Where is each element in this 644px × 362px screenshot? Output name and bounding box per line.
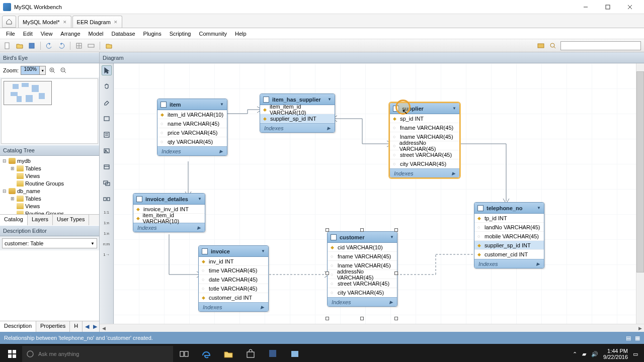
tab-model[interactable]: MySQL Model*✕	[18, 16, 71, 28]
tree-tables[interactable]: Tables	[25, 165, 41, 171]
table-item[interactable]: item▼ ◆item_id VARCHAR(10) ○name VARCHAR…	[157, 99, 227, 156]
tool-eraser[interactable]	[102, 98, 112, 108]
zoom-in-icon[interactable]	[48, 66, 57, 75]
indexes-toggle[interactable]: Indexes▶	[390, 168, 459, 177]
notification-icon[interactable]: ▭	[633, 351, 638, 357]
zoom-out-icon[interactable]	[59, 66, 68, 75]
indexes-toggle[interactable]: Indexes▶	[260, 123, 335, 132]
tray-up-icon[interactable]: ⌃	[573, 351, 577, 357]
tab-eer[interactable]: EER Diagram✕	[72, 16, 122, 28]
open-icon[interactable]	[15, 41, 24, 50]
cortana-search[interactable]: Ask me anything	[22, 346, 173, 362]
minimize-button[interactable]	[575, 0, 597, 14]
home-button[interactable]	[2, 16, 16, 28]
align-icon[interactable]	[87, 41, 96, 50]
close-button[interactable]	[619, 0, 641, 14]
indexes-toggle[interactable]: Indexes▶	[474, 259, 544, 268]
chevron-down-icon[interactable]: ▼	[537, 206, 541, 210]
resize-handle[interactable]	[360, 317, 364, 320]
rel-1-1[interactable]: 1:1	[104, 210, 109, 215]
save-icon[interactable]	[27, 41, 36, 50]
resize-handle[interactable]	[394, 317, 398, 320]
task-workbench[interactable]	[262, 344, 284, 362]
resize-handle[interactable]	[360, 228, 364, 232]
tab-layers[interactable]: Layers	[28, 215, 53, 225]
tray-network-icon[interactable]: ▰	[582, 351, 586, 357]
resize-handle[interactable]	[394, 272, 398, 275]
resize-handle[interactable]	[326, 228, 329, 232]
close-icon[interactable]: ✕	[114, 20, 118, 25]
view-icon[interactable]	[536, 41, 545, 50]
menu-model[interactable]: Model	[85, 30, 108, 38]
horizontal-scrollbar[interactable]: ◀▶	[100, 324, 644, 332]
new-icon[interactable]	[3, 41, 12, 50]
tool-hand[interactable]	[102, 81, 112, 92]
chevron-down-icon[interactable]: ▼	[390, 235, 394, 239]
menu-community[interactable]: Community	[195, 30, 231, 38]
table-telephone-no[interactable]: telephone_no▼ ◆tp_id INT ○landNo VARCHAR…	[474, 202, 544, 268]
tray-volume-icon[interactable]: 🔊	[591, 351, 598, 357]
clock[interactable]: 1:44 PM 9/22/2016	[603, 348, 628, 360]
table-customer[interactable]: customer▼ ◆cid VARCHAR(10) ○fname VARCHA…	[327, 231, 397, 307]
maximize-button[interactable]	[597, 0, 619, 14]
resize-handle[interactable]	[326, 272, 329, 275]
tab-usertypes[interactable]: User Types	[53, 215, 89, 225]
table-supplier[interactable]: supplier▼ ◆sp_id INT ○fname VARCHAR(45) …	[389, 103, 460, 178]
tab-catalog[interactable]: Catalog	[0, 215, 28, 225]
rel-place[interactable]: 1→	[103, 252, 109, 257]
chevron-down-icon[interactable]: ▼	[220, 102, 224, 107]
tree-routines[interactable]: Routine Groups	[25, 180, 64, 187]
menu-database[interactable]: Database	[107, 30, 139, 38]
table-item-has-supplier[interactable]: item_has_supplier▼ ◆item_item_id VARCHAR…	[260, 94, 335, 133]
undo-icon[interactable]	[45, 41, 54, 50]
table-invoice-detailes[interactable]: invoice_detailes▼ ◆invoice_inv_id INT ◆i…	[133, 193, 205, 232]
task-app[interactable]	[284, 344, 306, 362]
tree-views[interactable]: Views	[25, 203, 40, 209]
tool-select[interactable]	[102, 65, 112, 75]
zoom-dropdown[interactable]: ▼	[40, 66, 46, 75]
menu-help[interactable]: Help	[231, 30, 251, 38]
tool-note[interactable]	[102, 130, 112, 140]
tool-view[interactable]	[102, 178, 112, 188]
task-view[interactable]	[173, 344, 195, 362]
diagram-canvas[interactable]: item▼ ◆item_id VARCHAR(10) ○name VARCHAR…	[114, 63, 636, 324]
tab-properties[interactable]: Properties	[36, 321, 70, 332]
vertical-scrollbar[interactable]	[636, 63, 644, 324]
tab-next[interactable]: ▶	[91, 321, 99, 332]
catalog-tree[interactable]: ⊟mydb ⊞Tables Views Routine Groups ⊟db_n…	[0, 156, 99, 214]
rel-1-n[interactable]: 1:n	[104, 221, 109, 225]
system-tray[interactable]: ⌃ ▰ 🔊 1:44 PM 9/22/2016 ▭	[573, 348, 642, 360]
tab-prev[interactable]: ◀	[83, 321, 91, 332]
tab-description[interactable]: Description	[0, 321, 36, 332]
tree-db[interactable]: db_name	[17, 188, 40, 194]
menu-plugins[interactable]: Plugins	[139, 30, 166, 38]
resize-handle[interactable]	[326, 317, 329, 320]
table-invoice[interactable]: invoice▼ ◆inv_id INT ○time VARCHAR(45) ○…	[198, 245, 269, 312]
menu-view[interactable]: View	[37, 30, 57, 38]
desc-body[interactable]	[0, 250, 99, 321]
indexes-toggle[interactable]: Indexes▶	[199, 302, 268, 311]
tool-table[interactable]	[102, 162, 112, 172]
chevron-down-icon[interactable]: ▼	[452, 106, 456, 111]
task-edge[interactable]	[195, 344, 217, 362]
chevron-down-icon[interactable]: ▼	[198, 197, 202, 201]
tool-layer[interactable]	[102, 114, 112, 124]
redo-icon[interactable]	[57, 41, 66, 50]
start-button[interactable]	[2, 344, 22, 362]
rel-1-n-id[interactable]: 1:n	[104, 231, 109, 236]
menu-edit[interactable]: Edit	[19, 30, 37, 38]
zoom-input[interactable]: 100%	[21, 66, 40, 75]
search-icon[interactable]	[548, 41, 557, 50]
chevron-down-icon[interactable]: ▼	[328, 97, 332, 102]
indexes-toggle[interactable]: Indexes▶	[328, 297, 397, 306]
tree-db[interactable]: mydb	[17, 158, 31, 164]
validate-icon[interactable]	[104, 41, 113, 50]
rel-n-m[interactable]: n:m	[103, 242, 110, 246]
menu-scripting[interactable]: Scripting	[166, 30, 195, 38]
indexes-toggle[interactable]: Indexes▶	[157, 146, 227, 155]
tool-routine[interactable]	[102, 194, 112, 204]
tree-routines[interactable]: Routine Groups	[25, 211, 64, 215]
birdseye-canvas[interactable]	[1, 78, 98, 144]
search-input[interactable]	[560, 41, 641, 50]
menu-file[interactable]: File	[2, 30, 19, 38]
